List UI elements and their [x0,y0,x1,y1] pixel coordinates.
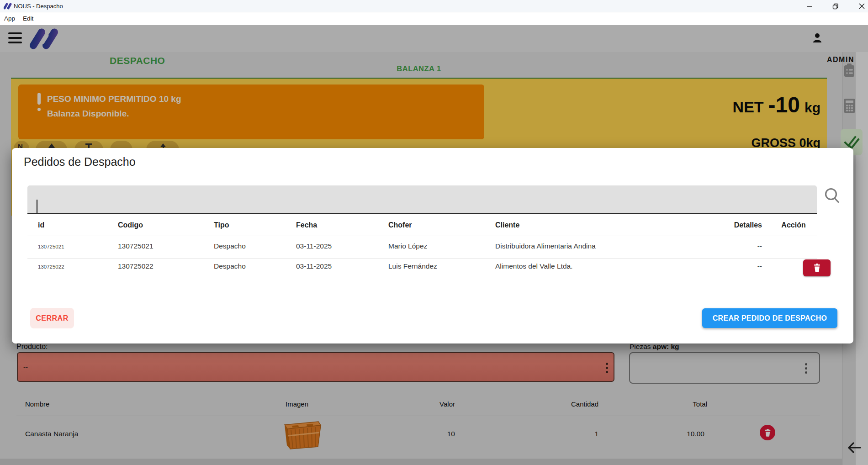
close-icon[interactable] [852,0,868,12]
delete-pedido-button[interactable] [803,259,831,276]
col-chofer: Chofer [388,221,412,229]
cell-fecha: 03-11-2025 [296,262,332,270]
cell-tipo: Despacho [214,262,246,270]
search-icon[interactable] [823,187,841,205]
text-caret [37,200,37,213]
cell-chofer: Mario López [388,242,427,250]
col-fecha: Fecha [296,221,317,229]
cell-tipo: Despacho [214,242,246,250]
modal-title: Pedidos de Despacho [24,155,136,169]
restore-icon[interactable] [826,0,846,12]
cell-fecha: 03-11-2025 [296,242,332,250]
crear-pedido-button[interactable]: CREAR PEDIDO DE DESPACHO [702,308,837,328]
cell-id: 130725022 [38,264,64,269]
window-title: NOUS - Despacho [14,3,63,10]
pedidos-modal: Pedidos de Despacho id Codigo Tipo Fecha… [12,148,853,343]
app-window: NOUS - Despacho App Edit [0,0,868,465]
col-detalles: Detalles [722,221,762,229]
cell-detalles: -- [722,262,762,270]
minimize-icon[interactable] [799,0,820,12]
cell-chofer: Luis Fernández [388,262,437,270]
cell-id: 130725021 [38,244,64,249]
menu-edit[interactable]: Edit [23,15,33,22]
col-accion: Acción [775,221,812,229]
cell-cliente: Distribuidora Alimentaria Andina [495,242,596,250]
cerrar-button[interactable]: CERRAR [30,308,74,328]
menu-bar: App Edit [0,12,868,25]
cell-detalles: -- [722,242,762,250]
divider [27,259,817,259]
app-logo-icon [4,2,12,10]
col-id: id [38,221,44,229]
title-bar: NOUS - Despacho [0,0,868,12]
cell-codigo: 130725021 [118,242,153,250]
trash-icon [813,264,821,272]
col-cliente: Cliente [495,221,519,229]
divider [27,236,817,236]
search-input[interactable] [27,185,817,214]
col-codigo: Codigo [118,221,143,229]
menu-app[interactable]: App [4,15,15,22]
col-tipo: Tipo [214,221,229,229]
cell-cliente: Alimentos del Valle Ltda. [495,262,572,270]
cell-codigo: 130725022 [118,262,153,270]
